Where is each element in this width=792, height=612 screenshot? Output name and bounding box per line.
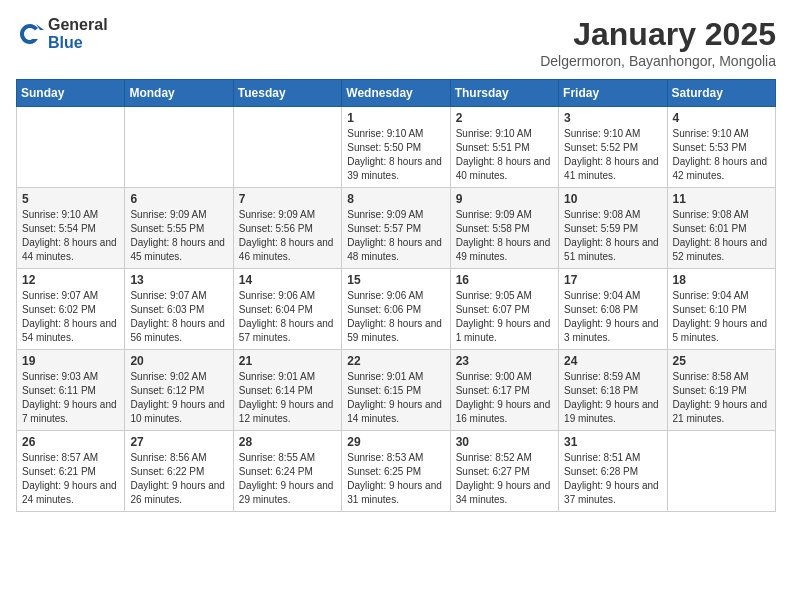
day-info: Sunrise: 8:52 AM Sunset: 6:27 PM Dayligh…	[456, 451, 553, 507]
calendar-cell: 20Sunrise: 9:02 AM Sunset: 6:12 PM Dayli…	[125, 350, 233, 431]
weekday-header: Friday	[559, 80, 667, 107]
day-info: Sunrise: 9:02 AM Sunset: 6:12 PM Dayligh…	[130, 370, 227, 426]
weekday-header: Wednesday	[342, 80, 450, 107]
calendar-cell: 2Sunrise: 9:10 AM Sunset: 5:51 PM Daylig…	[450, 107, 558, 188]
calendar-table: SundayMondayTuesdayWednesdayThursdayFrid…	[16, 79, 776, 512]
day-number: 4	[673, 111, 770, 125]
day-number: 16	[456, 273, 553, 287]
weekday-header: Thursday	[450, 80, 558, 107]
calendar-week-row: 26Sunrise: 8:57 AM Sunset: 6:21 PM Dayli…	[17, 431, 776, 512]
calendar-cell: 24Sunrise: 8:59 AM Sunset: 6:18 PM Dayli…	[559, 350, 667, 431]
calendar-cell: 15Sunrise: 9:06 AM Sunset: 6:06 PM Dayli…	[342, 269, 450, 350]
calendar-cell: 22Sunrise: 9:01 AM Sunset: 6:15 PM Dayli…	[342, 350, 450, 431]
day-number: 26	[22, 435, 119, 449]
title-section: January 2025 Delgermoron, Bayanhongor, M…	[540, 16, 776, 69]
day-number: 11	[673, 192, 770, 206]
day-info: Sunrise: 9:10 AM Sunset: 5:54 PM Dayligh…	[22, 208, 119, 264]
calendar-cell: 11Sunrise: 9:08 AM Sunset: 6:01 PM Dayli…	[667, 188, 775, 269]
calendar-cell: 29Sunrise: 8:53 AM Sunset: 6:25 PM Dayli…	[342, 431, 450, 512]
calendar-cell: 5Sunrise: 9:10 AM Sunset: 5:54 PM Daylig…	[17, 188, 125, 269]
day-number: 20	[130, 354, 227, 368]
calendar-cell: 28Sunrise: 8:55 AM Sunset: 6:24 PM Dayli…	[233, 431, 341, 512]
weekday-header: Tuesday	[233, 80, 341, 107]
day-number: 6	[130, 192, 227, 206]
logo-icon	[16, 20, 44, 48]
day-info: Sunrise: 9:10 AM Sunset: 5:50 PM Dayligh…	[347, 127, 444, 183]
day-number: 9	[456, 192, 553, 206]
day-info: Sunrise: 9:03 AM Sunset: 6:11 PM Dayligh…	[22, 370, 119, 426]
day-info: Sunrise: 8:55 AM Sunset: 6:24 PM Dayligh…	[239, 451, 336, 507]
day-number: 31	[564, 435, 661, 449]
calendar-cell: 23Sunrise: 9:00 AM Sunset: 6:17 PM Dayli…	[450, 350, 558, 431]
day-info: Sunrise: 9:09 AM Sunset: 5:56 PM Dayligh…	[239, 208, 336, 264]
day-info: Sunrise: 9:10 AM Sunset: 5:51 PM Dayligh…	[456, 127, 553, 183]
day-number: 22	[347, 354, 444, 368]
calendar-cell: 17Sunrise: 9:04 AM Sunset: 6:08 PM Dayli…	[559, 269, 667, 350]
day-info: Sunrise: 9:05 AM Sunset: 6:07 PM Dayligh…	[456, 289, 553, 345]
day-number: 12	[22, 273, 119, 287]
calendar-week-row: 12Sunrise: 9:07 AM Sunset: 6:02 PM Dayli…	[17, 269, 776, 350]
day-info: Sunrise: 9:08 AM Sunset: 5:59 PM Dayligh…	[564, 208, 661, 264]
calendar-cell: 7Sunrise: 9:09 AM Sunset: 5:56 PM Daylig…	[233, 188, 341, 269]
calendar-cell: 30Sunrise: 8:52 AM Sunset: 6:27 PM Dayli…	[450, 431, 558, 512]
day-number: 3	[564, 111, 661, 125]
day-info: Sunrise: 9:08 AM Sunset: 6:01 PM Dayligh…	[673, 208, 770, 264]
calendar-cell: 26Sunrise: 8:57 AM Sunset: 6:21 PM Dayli…	[17, 431, 125, 512]
day-number: 30	[456, 435, 553, 449]
location-text: Delgermoron, Bayanhongor, Mongolia	[540, 53, 776, 69]
day-number: 24	[564, 354, 661, 368]
day-info: Sunrise: 9:00 AM Sunset: 6:17 PM Dayligh…	[456, 370, 553, 426]
calendar-cell: 27Sunrise: 8:56 AM Sunset: 6:22 PM Dayli…	[125, 431, 233, 512]
day-number: 18	[673, 273, 770, 287]
calendar-cell: 18Sunrise: 9:04 AM Sunset: 6:10 PM Dayli…	[667, 269, 775, 350]
logo-blue-text: Blue	[48, 34, 108, 52]
day-number: 15	[347, 273, 444, 287]
month-title: January 2025	[540, 16, 776, 53]
day-number: 21	[239, 354, 336, 368]
calendar-cell: 25Sunrise: 8:58 AM Sunset: 6:19 PM Dayli…	[667, 350, 775, 431]
calendar-cell: 31Sunrise: 8:51 AM Sunset: 6:28 PM Dayli…	[559, 431, 667, 512]
weekday-header: Monday	[125, 80, 233, 107]
day-info: Sunrise: 8:51 AM Sunset: 6:28 PM Dayligh…	[564, 451, 661, 507]
day-info: Sunrise: 9:07 AM Sunset: 6:02 PM Dayligh…	[22, 289, 119, 345]
day-info: Sunrise: 9:10 AM Sunset: 5:52 PM Dayligh…	[564, 127, 661, 183]
weekday-header: Sunday	[17, 80, 125, 107]
calendar-cell	[125, 107, 233, 188]
weekday-header: Saturday	[667, 80, 775, 107]
calendar-cell: 21Sunrise: 9:01 AM Sunset: 6:14 PM Dayli…	[233, 350, 341, 431]
calendar-cell: 13Sunrise: 9:07 AM Sunset: 6:03 PM Dayli…	[125, 269, 233, 350]
day-info: Sunrise: 9:06 AM Sunset: 6:06 PM Dayligh…	[347, 289, 444, 345]
day-info: Sunrise: 8:58 AM Sunset: 6:19 PM Dayligh…	[673, 370, 770, 426]
weekday-header-row: SundayMondayTuesdayWednesdayThursdayFrid…	[17, 80, 776, 107]
day-number: 27	[130, 435, 227, 449]
day-number: 8	[347, 192, 444, 206]
day-number: 14	[239, 273, 336, 287]
calendar-cell: 19Sunrise: 9:03 AM Sunset: 6:11 PM Dayli…	[17, 350, 125, 431]
calendar-cell	[17, 107, 125, 188]
calendar-cell: 6Sunrise: 9:09 AM Sunset: 5:55 PM Daylig…	[125, 188, 233, 269]
day-info: Sunrise: 9:04 AM Sunset: 6:10 PM Dayligh…	[673, 289, 770, 345]
day-info: Sunrise: 9:10 AM Sunset: 5:53 PM Dayligh…	[673, 127, 770, 183]
logo-general-text: General	[48, 16, 108, 34]
calendar-week-row: 5Sunrise: 9:10 AM Sunset: 5:54 PM Daylig…	[17, 188, 776, 269]
day-number: 23	[456, 354, 553, 368]
day-info: Sunrise: 8:53 AM Sunset: 6:25 PM Dayligh…	[347, 451, 444, 507]
calendar-cell	[667, 431, 775, 512]
page-header: General Blue January 2025 Delgermoron, B…	[16, 16, 776, 69]
day-info: Sunrise: 8:56 AM Sunset: 6:22 PM Dayligh…	[130, 451, 227, 507]
calendar-cell: 9Sunrise: 9:09 AM Sunset: 5:58 PM Daylig…	[450, 188, 558, 269]
calendar-week-row: 1Sunrise: 9:10 AM Sunset: 5:50 PM Daylig…	[17, 107, 776, 188]
day-info: Sunrise: 9:09 AM Sunset: 5:57 PM Dayligh…	[347, 208, 444, 264]
day-info: Sunrise: 9:04 AM Sunset: 6:08 PM Dayligh…	[564, 289, 661, 345]
day-info: Sunrise: 9:06 AM Sunset: 6:04 PM Dayligh…	[239, 289, 336, 345]
calendar-cell: 16Sunrise: 9:05 AM Sunset: 6:07 PM Dayli…	[450, 269, 558, 350]
day-number: 29	[347, 435, 444, 449]
day-info: Sunrise: 8:57 AM Sunset: 6:21 PM Dayligh…	[22, 451, 119, 507]
day-info: Sunrise: 9:01 AM Sunset: 6:14 PM Dayligh…	[239, 370, 336, 426]
calendar-week-row: 19Sunrise: 9:03 AM Sunset: 6:11 PM Dayli…	[17, 350, 776, 431]
day-info: Sunrise: 8:59 AM Sunset: 6:18 PM Dayligh…	[564, 370, 661, 426]
calendar-cell: 12Sunrise: 9:07 AM Sunset: 6:02 PM Dayli…	[17, 269, 125, 350]
calendar-cell: 4Sunrise: 9:10 AM Sunset: 5:53 PM Daylig…	[667, 107, 775, 188]
day-number: 10	[564, 192, 661, 206]
day-number: 1	[347, 111, 444, 125]
